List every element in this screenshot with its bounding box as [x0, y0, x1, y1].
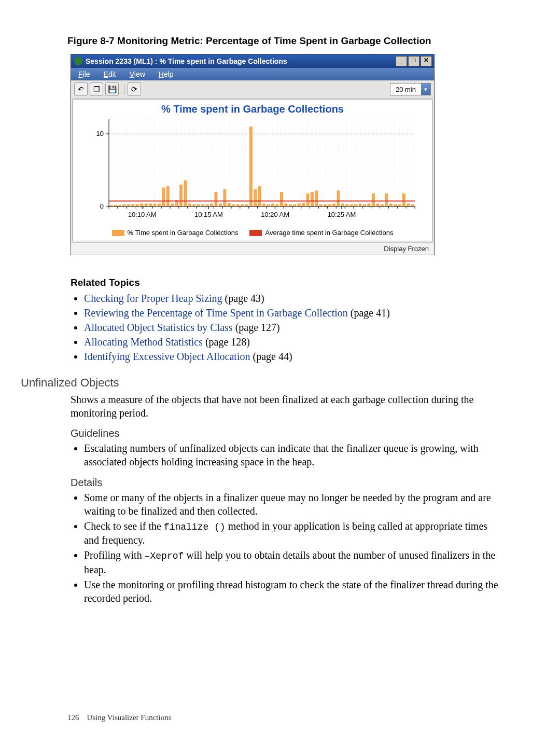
svg-rect-93: [311, 192, 314, 206]
svg-text:10:25 AM: 10:25 AM: [327, 211, 356, 218]
page-number: 126: [67, 713, 79, 722]
detail-1: Check to see if the finalize () method i…: [84, 519, 503, 547]
toolbar: ↶ ❐ 💾 ⟳ 20 min ▾: [71, 80, 434, 99]
chart-title: % Time spent in Garbage Collections: [78, 103, 427, 115]
related-link-4-a[interactable]: Identifying Excessive Object Allocation …: [84, 351, 292, 362]
footer-chapter: Using Visualizer Functions: [87, 713, 172, 722]
svg-rect-67: [254, 189, 257, 206]
chart-panel: % Time spent in Garbage Collections 0101…: [72, 100, 433, 241]
chart-plot: 01010:10 AM10:15 AM10:20 AM10:25 AM: [78, 116, 420, 225]
section-intro: Shows a measure of the objects that have…: [71, 393, 503, 420]
related-link-2-a[interactable]: Allocated Object Statistics by Class (pa…: [84, 322, 280, 333]
detail-2: Profiling with –Xeprof will help you to …: [84, 548, 503, 576]
window-titlebar: Session 2233 (ML1) : % Time spent in Gar…: [71, 54, 434, 68]
legend-series-label: % Time spent in Garbage Collections: [128, 229, 239, 237]
legend-swatch-series: [112, 230, 124, 236]
svg-text:0: 0: [100, 202, 104, 210]
app-window: Session 2233 (ML1) : % Time spent in Gar…: [71, 54, 435, 255]
details-heading: Details: [71, 477, 503, 489]
menu-edit[interactable]: Edit: [104, 70, 116, 78]
refresh-button[interactable]: ⟳: [128, 82, 141, 96]
chevron-down-icon: ▾: [421, 84, 430, 95]
related-topics-heading: Related Topics: [71, 277, 503, 288]
svg-rect-95: [315, 190, 318, 206]
related-link-1: Reviewing the Percentage of Time Spent i…: [84, 306, 503, 320]
related-link-3-a[interactable]: Allocating Method Statistics (page 128): [84, 336, 250, 348]
guidelines-heading: Guidelines: [71, 427, 503, 439]
save-button[interactable]: 💾: [105, 82, 119, 96]
time-range-select[interactable]: 20 min ▾: [390, 83, 431, 95]
related-link-3: Allocating Method Statistics (page 128): [84, 335, 503, 349]
related-link-0-a[interactable]: Checking for Proper Heap Sizing (page 43…: [84, 293, 264, 304]
related-link-0: Checking for Proper Heap Sizing (page 43…: [84, 292, 503, 306]
menu-view[interactable]: View: [130, 70, 145, 78]
menu-help[interactable]: Help: [159, 70, 174, 78]
details-list: Some or many of the objects in a finaliz…: [72, 491, 503, 605]
detail-0: Some or many of the objects in a finaliz…: [84, 491, 503, 518]
window-title: Session 2233 (ML1) : % Time spent in Gar…: [86, 57, 396, 65]
chart-legend: % Time spent in Garbage Collections Aver…: [78, 229, 427, 237]
menu-file[interactable]: File: [78, 70, 90, 78]
related-link-2: Allocated Object Statistics by Class (pa…: [84, 321, 503, 335]
svg-text:10:10 AM: 10:10 AM: [128, 211, 157, 218]
app-icon: [74, 57, 82, 65]
legend-avg-label: Average time spent in Garbage Collection…: [265, 229, 393, 237]
code-xeprof: –Xeprof: [145, 551, 184, 561]
section-heading-unfinalized: Unfinalized Objects: [21, 376, 503, 390]
menu-bar: File Edit View Help: [71, 68, 434, 80]
svg-text:10:15 AM: 10:15 AM: [194, 211, 223, 218]
svg-rect-69: [258, 186, 261, 206]
detail-3: Use the monitoring or profiling thread h…: [84, 578, 503, 605]
code-finalize: finalize (): [164, 522, 226, 532]
svg-rect-53: [223, 189, 226, 206]
svg-rect-89: [302, 203, 305, 206]
svg-rect-25: [162, 188, 165, 206]
svg-rect-79: [280, 192, 283, 206]
toolbar-separator: [124, 84, 124, 95]
guidelines-list: Escalating numbers of unfinalized object…: [72, 441, 503, 468]
svg-rect-33: [179, 185, 183, 206]
page-footer: 126 Using Visualizer Functions: [67, 713, 171, 722]
related-topics-list: Checking for Proper Heap Sizing (page 43…: [72, 292, 503, 364]
figure-caption: Figure 8-7 Monitoring Metric: Percentage…: [67, 35, 503, 47]
svg-text:10: 10: [96, 130, 104, 137]
close-button[interactable]: ✕: [421, 56, 432, 66]
time-range-value: 20 min: [390, 86, 421, 93]
legend-swatch-avg: [249, 230, 262, 236]
related-link-1-a[interactable]: Reviewing the Percentage of Time Spent i…: [84, 307, 390, 319]
svg-rect-55: [228, 203, 231, 206]
status-bar: Display Frozen: [71, 242, 434, 255]
window-controls: _ □ ✕: [396, 56, 432, 66]
related-link-4: Identifying Excessive Object Allocation …: [84, 350, 503, 364]
legend-series: % Time spent in Garbage Collections: [112, 229, 239, 237]
legend-average: Average time spent in Garbage Collection…: [249, 229, 393, 237]
minimize-button[interactable]: _: [396, 56, 407, 66]
svg-rect-105: [337, 190, 340, 206]
back-button[interactable]: ↶: [74, 82, 88, 96]
cascade-button[interactable]: ❐: [90, 82, 103, 96]
svg-text:10:20 AM: 10:20 AM: [261, 211, 289, 218]
guideline-0: Escalating numbers of unfinalized object…: [84, 441, 503, 468]
svg-rect-49: [215, 192, 218, 206]
maximize-button[interactable]: □: [408, 56, 419, 66]
svg-rect-27: [166, 186, 170, 206]
